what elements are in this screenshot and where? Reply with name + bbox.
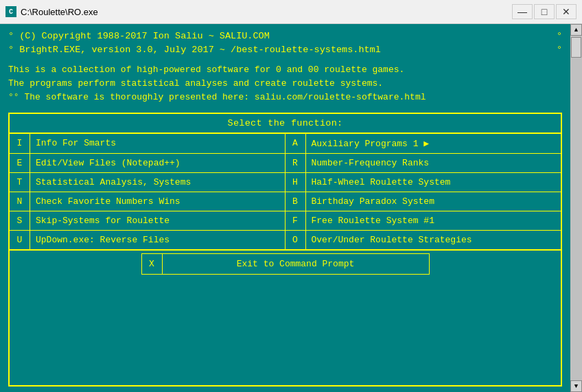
menu-item-f[interactable]: F Free Roulette System #1	[286, 211, 561, 231]
menu-item-o[interactable]: O Over/Under Roulette Strategies	[286, 231, 561, 250]
header-line2-left: ° BrightR.EXE, version 3.0, July 2017 ~ …	[8, 43, 381, 57]
menu-key-a: A	[286, 134, 306, 153]
menu-label-a: Auxiliary Programs 1 ▶	[306, 134, 561, 153]
maximize-button[interactable]: □	[534, 4, 555, 19]
menu-item-s[interactable]: S Skip-Systems for Roulette	[10, 211, 286, 231]
menu-label-e: Edit/View Files (Notepad++)	[30, 154, 285, 172]
menu-label-u: UpDown.exe: Reverse Files	[30, 231, 285, 249]
menu-key-b: B	[286, 192, 306, 211]
menu-item-b[interactable]: B Birthday Paradox System	[286, 192, 561, 211]
menu-title: Select the function:	[10, 114, 561, 134]
menu-item-r[interactable]: R Number-Frequency Ranks	[286, 154, 561, 173]
minimize-button[interactable]: —	[512, 4, 533, 19]
menu-label-n: Check Favorite Numbers Wins	[30, 192, 285, 211]
exit-row: X Exit to Command Prompt	[10, 250, 561, 277]
menu-item-u[interactable]: U UpDown.exe: Reverse Files	[10, 231, 286, 250]
menu-item-n[interactable]: N Check Favorite Numbers Wins	[10, 192, 286, 211]
menu-label-f: Free Roulette System #1	[306, 211, 561, 230]
menu-label-r: Number-Frequency Ranks	[306, 154, 561, 172]
scroll-down-button[interactable]: ▼	[570, 380, 582, 392]
window-title: C:\Roulette\RO.exe	[21, 7, 512, 17]
menu-key-f: F	[286, 211, 306, 230]
menu-key-e: E	[10, 154, 30, 172]
menu-key-o: O	[286, 231, 306, 249]
menu-label-o: Over/Under Roulette Strategies	[306, 231, 561, 249]
desc-line-3: °° The software is thoroughly presented …	[8, 91, 562, 104]
window-controls: — □ ✕	[512, 4, 577, 19]
menu-key-t: T	[10, 173, 30, 192]
desc-line-2: The programs perform statistical analyse…	[8, 77, 562, 91]
menu-item-t[interactable]: T Statistical Analysis, Systems	[10, 173, 286, 192]
menu-box: Select the function: I Info For Smarts A…	[8, 113, 562, 387]
close-button[interactable]: ✕	[556, 4, 577, 19]
menu-key-r: R	[286, 154, 306, 172]
menu-key-n: N	[10, 192, 30, 211]
menu-key-u: U	[10, 231, 30, 249]
menu-key-i: I	[10, 134, 30, 153]
exit-to-command-prompt-item[interactable]: Exit to Command Prompt	[163, 254, 429, 274]
menu-item-e[interactable]: E Edit/View Files (Notepad++)	[10, 154, 286, 173]
scroll-thumb[interactable]	[571, 37, 581, 58]
menu-item-h[interactable]: H Half-Wheel Roulette System	[286, 173, 561, 192]
menu-grid: I Info For Smarts A Auxiliary Programs 1…	[10, 134, 561, 250]
menu-key-s: S	[10, 211, 30, 230]
description-block: This is a collection of high-powered sof…	[8, 63, 562, 104]
header-line2-right: °	[557, 43, 562, 57]
header-line-1: ° (C) Copyright 1988-2017 Ion Saliu ~ SA…	[8, 30, 562, 43]
menu-label-h: Half-Wheel Roulette System	[306, 173, 561, 192]
scrollbar: ▲ ▼	[570, 24, 582, 392]
header-line1-right: °	[557, 30, 562, 43]
menu-label-i: Info For Smarts	[30, 134, 285, 153]
window-titlebar: C C:\Roulette\RO.exe — □ ✕	[0, 0, 582, 24]
console-content: ° (C) Copyright 1988-2017 Ion Saliu ~ SA…	[0, 24, 570, 392]
menu-label-t: Statistical Analysis, Systems	[30, 173, 285, 192]
scroll-up-button[interactable]: ▲	[570, 24, 582, 36]
header-line1-left: ° (C) Copyright 1988-2017 Ion Saliu ~ SA…	[8, 30, 270, 43]
menu-label-b: Birthday Paradox System	[306, 192, 561, 211]
menu-item-i[interactable]: I Info For Smarts	[10, 134, 286, 154]
menu-key-h: H	[286, 173, 306, 192]
menu-label-s: Skip-Systems for Roulette	[30, 211, 285, 230]
window-icon: C	[5, 6, 16, 17]
header-line-2: ° BrightR.EXE, version 3.0, July 2017 ~ …	[8, 43, 562, 57]
desc-line-1: This is a collection of high-powered sof…	[8, 63, 562, 77]
header-block: ° (C) Copyright 1988-2017 Ion Saliu ~ SA…	[8, 30, 562, 58]
console-area: ° (C) Copyright 1988-2017 Ion Saliu ~ SA…	[0, 24, 582, 392]
exit-cell: X Exit to Command Prompt	[141, 253, 430, 275]
menu-item-a[interactable]: A Auxiliary Programs 1 ▶	[286, 134, 561, 154]
exit-key: X	[142, 254, 163, 274]
